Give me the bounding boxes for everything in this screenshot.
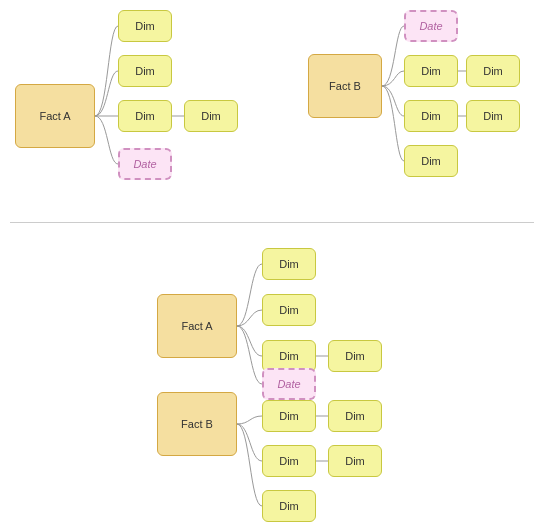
- section-divider: [10, 222, 534, 223]
- top-left-fact-a[interactable]: Fact A: [15, 84, 95, 148]
- top-right-fact-b[interactable]: Fact B: [308, 54, 382, 118]
- bottom-fact-b[interactable]: Fact B: [157, 392, 237, 456]
- tr-dim-2[interactable]: Dim: [466, 55, 520, 87]
- b-dim-8[interactable]: Dim: [328, 445, 382, 477]
- canvas: Fact A Dim Dim Dim Dim Date Fact B Date …: [0, 0, 544, 530]
- bottom-fact-a[interactable]: Fact A: [157, 294, 237, 358]
- tr-dim-3[interactable]: Dim: [404, 100, 458, 132]
- tl-dim-4[interactable]: Dim: [184, 100, 238, 132]
- b-dim-1[interactable]: Dim: [262, 248, 316, 280]
- b-dim-2[interactable]: Dim: [262, 294, 316, 326]
- tl-date[interactable]: Date: [118, 148, 172, 180]
- b-dim-5[interactable]: Dim: [262, 400, 316, 432]
- tr-date[interactable]: Date: [404, 10, 458, 42]
- b-dim-4[interactable]: Dim: [328, 340, 382, 372]
- tl-dim-2[interactable]: Dim: [118, 55, 172, 87]
- tr-dim-4[interactable]: Dim: [466, 100, 520, 132]
- b-dim-6[interactable]: Dim: [328, 400, 382, 432]
- tl-dim-3[interactable]: Dim: [118, 100, 172, 132]
- b-dim-7[interactable]: Dim: [262, 445, 316, 477]
- tr-dim-5[interactable]: Dim: [404, 145, 458, 177]
- b-dim-9[interactable]: Dim: [262, 490, 316, 522]
- tl-dim-1[interactable]: Dim: [118, 10, 172, 42]
- b-date[interactable]: Date: [262, 368, 316, 400]
- tr-dim-1[interactable]: Dim: [404, 55, 458, 87]
